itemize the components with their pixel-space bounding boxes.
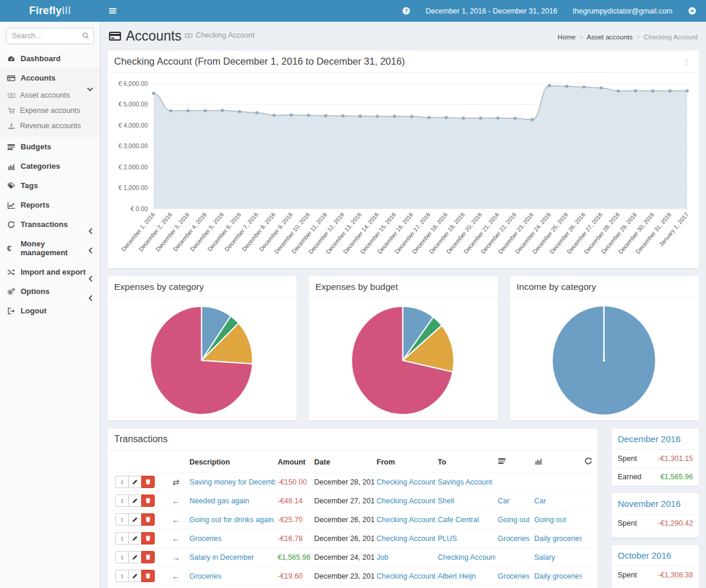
to-account-link[interactable]: PLUS xyxy=(438,534,457,543)
direction-withdrawal-icon: ← xyxy=(172,534,180,543)
pencil-icon xyxy=(132,497,138,504)
transaction-description-link[interactable]: Saving money for December xyxy=(189,478,275,486)
delete-button[interactable] xyxy=(141,532,155,544)
refresh-table-icon[interactable] xyxy=(584,457,592,465)
breadcrumb-link[interactable]: Home xyxy=(558,34,576,41)
sidebar-item-transactions: Transactions xyxy=(0,215,100,234)
edit-button[interactable] xyxy=(128,513,142,526)
from-account-link[interactable]: Checking Account xyxy=(377,497,435,505)
from-account-link[interactable]: Checking Account xyxy=(377,572,435,580)
sidebar-item-row[interactable]: €Money management xyxy=(0,234,100,262)
reorder-button[interactable]: ↕ xyxy=(115,551,129,563)
category-link[interactable]: Salary xyxy=(534,553,555,562)
transaction-description-link[interactable]: Needed gas again xyxy=(189,497,249,505)
sidebar-subitem-asset-accounts[interactable]: Asset accounts xyxy=(0,88,100,103)
edit-button[interactable] xyxy=(128,495,142,507)
to-account-link[interactable]: Cafe Central xyxy=(438,516,479,524)
transaction-description-link[interactable]: Salary in December xyxy=(189,553,254,562)
expenses-by-category-panel: Expenses by category xyxy=(108,276,297,420)
from-account-link[interactable]: Checking Account xyxy=(377,516,435,524)
transaction-description-link[interactable]: Groceries xyxy=(189,534,221,543)
summary-month-title[interactable]: October 2016 xyxy=(612,545,699,566)
balance-chart[interactable]: € 0.00€ 1,000.00€ 2,000.00€ 3,000.00€ 4,… xyxy=(108,73,699,268)
category-link[interactable]: Daily groceries xyxy=(534,572,582,580)
reorder-button[interactable]: ↕ xyxy=(115,532,129,544)
sidebar-item-row[interactable]: Import and export xyxy=(0,262,100,282)
sidebar-item-tags: Tags xyxy=(0,176,100,195)
sidebar-menu: DashboardAccountsAsset accountsExpense a… xyxy=(0,49,100,320)
date-range[interactable]: December 1, 2016 - December 31, 2016 xyxy=(426,7,558,15)
summary-month-title[interactable]: November 2016 xyxy=(612,493,699,514)
from-account-link[interactable]: Job xyxy=(377,553,388,562)
trash-icon xyxy=(145,573,151,579)
panel-options-icon[interactable]: ⋮ xyxy=(681,57,692,66)
from-account-link[interactable]: Checking Account xyxy=(377,534,435,543)
to-account-link[interactable]: Checking Account xyxy=(438,553,495,562)
sidebar-subitem-revenue-accounts[interactable]: Revenue accounts xyxy=(0,118,100,133)
sidebar-toggle-icon[interactable] xyxy=(108,6,117,15)
reorder-button[interactable]: ↕ xyxy=(115,513,129,526)
delete-button[interactable] xyxy=(141,551,155,563)
category-link[interactable]: Going out xyxy=(534,516,566,524)
sidebar-item-row[interactable]: Tags xyxy=(0,176,100,195)
summary-month-title[interactable]: December 2016 xyxy=(612,429,699,450)
user-email[interactable]: thegrumpydictator@gmail.com xyxy=(572,7,672,15)
pencil-icon xyxy=(132,573,138,579)
to-account-link[interactable]: Shell xyxy=(438,497,454,505)
budget-link[interactable]: Going out xyxy=(498,516,530,524)
transaction-description-link[interactable]: Going out for drinks again xyxy=(189,516,274,524)
delete-button[interactable] xyxy=(141,570,155,582)
expenses-by-category-chart[interactable] xyxy=(108,298,297,420)
edit-button[interactable] xyxy=(128,476,142,488)
brand-logo[interactable]: FireflyIII xyxy=(0,0,100,22)
to-account-link[interactable]: Savings Account xyxy=(438,478,492,486)
sidebar-subitem-expense-accounts[interactable]: Expense accounts xyxy=(0,103,100,118)
breadcrumb-link[interactable]: Asset accounts xyxy=(587,34,632,41)
dashboard-icon xyxy=(7,55,15,63)
edit-button[interactable] xyxy=(128,551,142,563)
edit-button[interactable] xyxy=(128,570,142,582)
search-icon[interactable] xyxy=(82,32,89,39)
table-row: ↕←Going out for drinks again-€25.70Decem… xyxy=(113,510,592,529)
category-link[interactable]: Car xyxy=(534,497,546,505)
sidebar-item-accounts: AccountsAsset accountsExpense accountsRe… xyxy=(0,68,100,137)
sidebar-item-row[interactable]: Accounts xyxy=(0,68,100,88)
breadcrumb-separator: > xyxy=(636,34,640,41)
gears-icon xyxy=(7,288,15,296)
budget-link[interactable]: Groceries xyxy=(498,572,530,580)
sidebar-item-row[interactable]: Categories xyxy=(0,156,100,176)
sidebar-item-row[interactable]: Options xyxy=(0,282,100,301)
transaction-amount: -€150.00 xyxy=(278,478,307,486)
budget-link[interactable]: Groceries xyxy=(498,534,530,543)
reorder-button[interactable]: ↕ xyxy=(115,476,129,488)
income-by-category-chart[interactable] xyxy=(510,298,699,420)
search-input[interactable] xyxy=(6,28,94,44)
to-account-link[interactable]: Albert Heijn xyxy=(438,572,476,580)
category-link[interactable]: Daily groceries xyxy=(534,534,582,543)
budget-link[interactable]: Car xyxy=(498,497,509,505)
sidebar-item-row[interactable]: Dashboard xyxy=(0,49,100,68)
delete-button[interactable] xyxy=(141,513,155,526)
delete-button[interactable] xyxy=(141,495,155,507)
chevron-left-icon[interactable] xyxy=(86,246,95,255)
transaction-description-link[interactable]: Groceries xyxy=(189,572,221,580)
from-account-link[interactable]: Checking Account xyxy=(377,478,435,486)
sidebar-item-row[interactable]: Transactions xyxy=(0,215,100,234)
trash-icon xyxy=(145,554,151,560)
help-icon[interactable]: ? xyxy=(402,6,411,15)
svg-text:€ 3,000.00: € 3,000.00 xyxy=(118,142,148,149)
sidebar-subitem-label: Revenue accounts xyxy=(20,122,81,130)
amount-column-header: Amount xyxy=(275,452,312,473)
reorder-button[interactable]: ↕ xyxy=(115,570,129,582)
sidebar-item-row[interactable]: Reports xyxy=(0,195,100,215)
reorder-button[interactable]: ↕ xyxy=(115,495,129,507)
edit-button[interactable] xyxy=(128,532,142,544)
sidebar-item-row[interactable]: Logout xyxy=(0,301,100,320)
logout-arrow-icon[interactable] xyxy=(688,6,697,15)
chevron-down-icon[interactable] xyxy=(86,85,94,93)
sidebar-item-row[interactable]: Budgets xyxy=(0,137,100,156)
transaction-amount: -€19.60 xyxy=(278,572,302,580)
cart-icon xyxy=(8,107,15,115)
delete-button[interactable] xyxy=(141,476,155,488)
expenses-by-budget-chart[interactable] xyxy=(309,298,498,420)
